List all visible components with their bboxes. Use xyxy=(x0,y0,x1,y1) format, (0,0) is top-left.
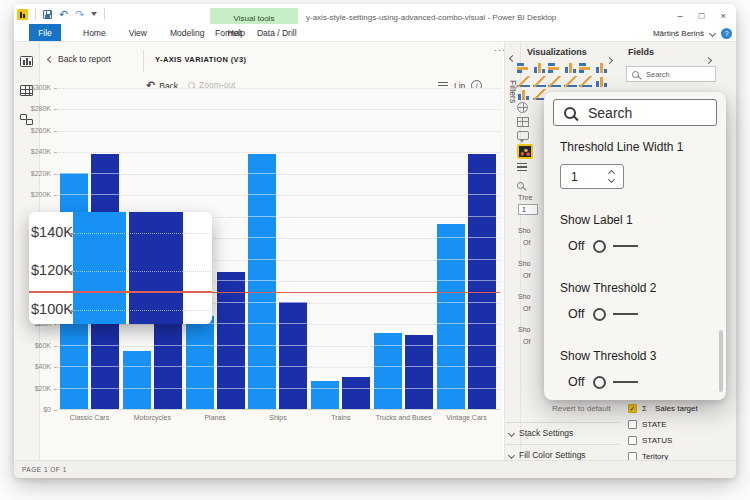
section-fill-color-settings[interactable]: Fill Color Settings xyxy=(509,450,586,460)
y-axis-label: $40K xyxy=(21,363,51,370)
field-checkbox[interactable] xyxy=(628,436,637,445)
model-view-icon[interactable] xyxy=(20,114,33,125)
x-axis-label-trucks-and-buses: Trucks and Buses xyxy=(373,414,434,421)
visual-icon-clustered-column-chart[interactable] xyxy=(564,62,577,73)
help-icon[interactable]: ? xyxy=(721,28,732,39)
maximize-button[interactable]: □ xyxy=(699,11,705,21)
field-row-status[interactable]: STATUS xyxy=(628,436,698,445)
back-to-report-button[interactable]: Back to report xyxy=(48,54,111,64)
gridline xyxy=(58,88,500,89)
y-axis-tick xyxy=(54,346,57,347)
status-bar: PAGE 1 OF 1 xyxy=(14,460,736,478)
toggle-knob-icon[interactable] xyxy=(593,308,606,321)
visual-icon-waterfall-chart[interactable] xyxy=(517,89,530,100)
bar-vintage-cars-1[interactable] xyxy=(468,154,496,409)
toggle-show-threshold-2[interactable]: Off xyxy=(568,305,714,323)
menu-tab-home[interactable]: Home xyxy=(82,24,107,42)
menu-tab-format[interactable]: Format xyxy=(214,24,243,42)
popup-search-input[interactable] xyxy=(586,104,686,122)
bar-trains-1[interactable] xyxy=(342,377,370,409)
occluded-setting-label: Thre xyxy=(518,194,542,201)
fields-search-input[interactable] xyxy=(644,69,704,80)
occluded-setting-label: Sho xyxy=(518,227,542,234)
fields-collapse-icon[interactable] xyxy=(705,57,712,64)
visual-icon-stacked-column-chart[interactable] xyxy=(533,62,546,73)
occluded-setting-control: Of xyxy=(523,239,544,246)
close-button[interactable]: × xyxy=(720,11,726,21)
stepper-threshold-line-width-1[interactable]: 1 xyxy=(560,164,624,189)
bar-trains-0[interactable] xyxy=(311,381,339,409)
visual-icon-map[interactable] xyxy=(517,102,528,113)
field-row-state[interactable]: STATE xyxy=(628,420,698,429)
page-title-tab[interactable]: Y-AXIS VARIATION (V3) xyxy=(155,55,246,64)
redo-icon[interactable]: ↷ xyxy=(75,9,84,20)
user-dropdown-icon[interactable] xyxy=(709,29,716,36)
search-icon xyxy=(564,107,576,119)
gridline xyxy=(58,174,500,175)
gridline xyxy=(58,195,500,196)
field-name: STATE xyxy=(642,420,667,429)
gridline xyxy=(58,109,500,110)
toggle-track xyxy=(613,381,638,384)
menu-tab-file[interactable]: File xyxy=(29,24,61,42)
visual-icon-matrix[interactable] xyxy=(517,163,527,171)
menu-tab-view[interactable]: View xyxy=(128,24,148,42)
section-stack-settings[interactable]: Stack Settings xyxy=(509,428,573,438)
stepper-down-icon[interactable] xyxy=(608,176,615,183)
visual-icon-get-more-visuals[interactable] xyxy=(517,175,524,193)
gridline xyxy=(58,131,500,132)
save-icon[interactable] xyxy=(43,10,52,19)
menu-tab-modeling[interactable]: Modeling xyxy=(169,24,206,42)
toggle-knob-icon[interactable] xyxy=(593,376,606,389)
bar-ships-0[interactable] xyxy=(248,154,276,409)
popup-settings: Threshold Line Width 11Show Label 1OffSh… xyxy=(560,140,714,417)
visual-icon-advanced-combo-visual[interactable] xyxy=(517,144,533,159)
visual-icon-stacked-area-chart[interactable] xyxy=(548,76,561,87)
visual-icon-ribbon-chart[interactable] xyxy=(595,76,608,87)
bar-trucks-and-buses-0[interactable] xyxy=(374,333,402,409)
field-name: STATUS xyxy=(642,436,672,445)
visual-icon-line-and-stacked-column-chart[interactable] xyxy=(564,76,577,87)
visual-icon-filled-map[interactable] xyxy=(517,117,529,127)
y-axis-label: $220K xyxy=(21,170,51,177)
visual-icon-100-stacked-column-chart[interactable] xyxy=(595,62,608,73)
x-axis-label-vintage-cars: Vintage Cars xyxy=(436,414,497,421)
page-indicator: PAGE 1 OF 1 xyxy=(22,466,67,473)
y-axis-tick xyxy=(54,389,57,390)
bar-ships-1[interactable] xyxy=(279,302,307,409)
visual-icon-line-and-clustered-column-chart[interactable] xyxy=(579,76,592,87)
screenshot-stage: ↶ ↷ Visual tools y-axis-style-settings-u… xyxy=(0,0,750,500)
menu-tab-data-drill[interactable]: Data / Drill xyxy=(256,24,298,42)
toggle-state-label: Off xyxy=(568,307,584,321)
minimize-button[interactable]: – xyxy=(677,11,682,21)
bar-planes-0[interactable] xyxy=(186,316,214,409)
visual-icon-100-stacked-bar-chart[interactable] xyxy=(579,62,592,73)
undo-icon[interactable]: ↶ xyxy=(59,9,68,20)
bar-trucks-and-buses-1[interactable] xyxy=(405,335,433,409)
visual-icon-stacked-bar-chart[interactable] xyxy=(517,62,530,73)
bar-vintage-cars-0[interactable] xyxy=(437,224,465,409)
visual-icon-q-and-a[interactable] xyxy=(517,131,529,140)
toggle-show-label-1[interactable]: Off xyxy=(568,237,714,255)
fields-search-box[interactable] xyxy=(626,66,716,82)
field-checkbox[interactable] xyxy=(628,420,637,429)
toggle-knob-icon[interactable] xyxy=(593,240,606,253)
user-name[interactable]: Mārtiņš Beriņš xyxy=(653,29,704,38)
bar-motorcycles-0[interactable] xyxy=(123,351,151,409)
collapse-icon[interactable] xyxy=(509,55,516,62)
qat-dropdown-icon[interactable] xyxy=(91,12,97,16)
report-view-icon[interactable] xyxy=(20,56,33,67)
popup-search-box[interactable] xyxy=(553,99,717,126)
x-axis-label-motorcycles: Motorcycles xyxy=(122,414,183,421)
visual-icon-clustered-bar-chart[interactable] xyxy=(548,62,561,73)
gridline xyxy=(58,152,500,153)
toggle-show-threshold-3[interactable]: Off xyxy=(568,373,714,391)
format-options-popup: Threshold Line Width 11Show Label 1OffSh… xyxy=(544,92,726,400)
magnifier-overlay: $140K$120K$100K xyxy=(29,212,212,324)
visual-icon-line-chart[interactable] xyxy=(517,76,530,87)
popup-scrollbar[interactable] xyxy=(719,330,723,392)
back-chevron-icon xyxy=(47,55,54,62)
occluded-setting-control: Of xyxy=(523,305,544,312)
y-axis-label: $280K xyxy=(21,105,51,112)
visual-icon-area-chart[interactable] xyxy=(533,76,546,87)
